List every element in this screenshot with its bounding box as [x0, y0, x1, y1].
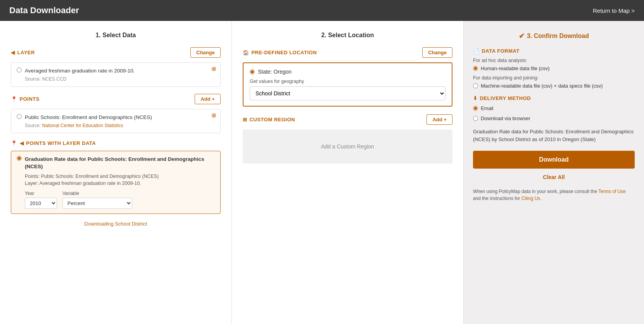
email-option-row: Email	[473, 105, 635, 112]
confirm-download-column: ✔ 3. Confirm Download 📄 DATA FORMAT For …	[464, 21, 644, 324]
points-item-radio[interactable]	[17, 114, 22, 119]
custom-region-empty: Add a Custom Region	[243, 129, 452, 164]
points-add-button[interactable]: Add +	[195, 94, 220, 104]
variable-label: Variable	[62, 191, 132, 196]
custom-region-label: ⊞ CUSTOM REGION	[243, 117, 295, 122]
pwl-points-line: Points: Public Schools: Enrollment and D…	[25, 174, 215, 179]
human-readable-radio[interactable]	[473, 66, 478, 71]
terms-text: When using PolicyMap data in your work, …	[473, 188, 635, 202]
terms-of-use-link[interactable]: Terms of Use	[598, 189, 626, 194]
pwl-item-card: Graduation Rate data for Public Schools:…	[11, 151, 221, 214]
main-layout: 1. Select Data ◀ LAYER Change ⊗ Averaged…	[0, 21, 644, 324]
predefined-label: 🏠 PRE-DEFINED LOCATION	[243, 50, 317, 55]
for-import-label: For data importing and joining:	[473, 75, 635, 81]
custom-region-icon: ⊞	[243, 117, 247, 122]
browser-option-row: Download via browser	[473, 115, 635, 122]
state-label: State: Oregon	[258, 69, 292, 75]
pwl-arrow-icon: ◀	[20, 140, 24, 146]
layer-item-row: Averaged freshman graduation rate in 200…	[17, 67, 215, 82]
app-header: Data Downloader Return to Map >	[0, 0, 644, 21]
download-button[interactable]: Download	[473, 151, 635, 169]
data-format-icon: 📄	[473, 48, 480, 54]
machine-readable-label: Machine-readable data file (csv) + data …	[481, 83, 603, 90]
location-card: State: Oregon Get values for geography S…	[243, 62, 452, 107]
pwl-item-title: Graduation Rate data for Public Schools:…	[25, 156, 215, 171]
custom-region-empty-text: Add a Custom Region	[321, 143, 374, 150]
pwl-label: 📍 ◀ POINTS WITH LAYER DATA	[11, 140, 96, 146]
year-var-row: Year 2010 2009 2011 Variable Percent	[25, 191, 215, 209]
layer-item-radio[interactable]	[17, 67, 22, 72]
machine-readable-radio[interactable]	[473, 83, 478, 88]
app-title: Data Downloader	[9, 5, 79, 16]
terms-text-middle: and the instructions for	[473, 196, 521, 201]
layer-item-close[interactable]: ⊗	[211, 66, 216, 72]
select-location-column: 2. Select Location 🏠 PRE-DEFINED LOCATIO…	[232, 21, 464, 324]
geo-label: Get values for geography	[250, 79, 445, 84]
state-radio[interactable]	[250, 69, 255, 74]
browser-label: Download via browser	[481, 115, 530, 122]
downloading-label: Downloading School District	[11, 221, 221, 227]
layer-item-card: ⊗ Averaged freshman graduation rate in 2…	[11, 62, 221, 87]
pwl-layer-line: Layer: Averaged freshman graduation rate…	[25, 181, 215, 186]
terms-text-before: When using PolicyMap data in your work, …	[473, 189, 598, 194]
predefined-change-button[interactable]: Change	[422, 47, 452, 58]
predefined-section-row: 🏠 PRE-DEFINED LOCATION Change	[243, 47, 452, 58]
human-readable-option-row: Human-readable data file (csv)	[473, 65, 635, 72]
confirm-heading-text: 3. Confirm Download	[527, 33, 589, 40]
check-icon: ✔	[519, 32, 525, 40]
points-item-close[interactable]: ⊗	[211, 112, 216, 119]
confirm-heading: ✔ 3. Confirm Download	[473, 32, 635, 40]
year-select[interactable]: 2010 2009 2011	[25, 198, 57, 209]
layer-change-button[interactable]: Change	[190, 47, 221, 58]
year-label: Year	[25, 191, 57, 196]
email-radio[interactable]	[473, 106, 478, 111]
points-item-card: ⊗ Public Schools: Enrollment and Demogra…	[11, 109, 221, 133]
delivery-icon: ⬇	[473, 95, 478, 101]
clear-all-button[interactable]: Clear All	[473, 172, 635, 182]
points-item-row: Public Schools: Enrollment and Demograph…	[17, 114, 215, 128]
custom-region-section-row: ⊞ CUSTOM REGION Add +	[243, 114, 452, 125]
layer-icon: ◀	[11, 50, 15, 55]
variable-form-group: Variable Percent Count Rate	[62, 191, 132, 209]
layer-label: ◀ LAYER	[11, 50, 35, 55]
geo-select[interactable]: School District County City Census Tract…	[250, 86, 445, 100]
data-format-title: 📄 DATA FORMAT	[473, 48, 635, 54]
machine-readable-option-row: Machine-readable data file (csv) + data …	[473, 83, 635, 90]
points-section-row: 📍 POINTS Add +	[11, 94, 221, 104]
points-label: 📍 POINTS	[11, 96, 40, 102]
layer-section-row: ◀ LAYER Change	[11, 47, 221, 58]
browser-radio[interactable]	[473, 116, 478, 121]
terms-text-after: .	[540, 196, 543, 201]
custom-region-add-button[interactable]: Add +	[426, 114, 452, 125]
human-readable-label: Human-readable data file (csv)	[481, 65, 550, 72]
predefined-icon: 🏠	[243, 50, 249, 55]
points-item-title: Public Schools: Enrollment and Demograph…	[25, 114, 152, 121]
layer-item-source: Source: NCES CCD	[25, 76, 135, 82]
delivery-title: ⬇ DELIVERY METHOD	[473, 95, 635, 101]
email-label: Email	[481, 105, 494, 112]
state-row: State: Oregon	[250, 69, 445, 75]
pwl-section-row: 📍 ◀ POINTS WITH LAYER DATA	[11, 140, 221, 146]
points-icon: 📍	[11, 96, 17, 102]
variable-select[interactable]: Percent Count Rate	[62, 198, 132, 209]
summary-text: Graduation Rate data for Public Schools:…	[473, 128, 635, 143]
select-location-heading: 2. Select Location	[243, 32, 452, 39]
return-to-map-link[interactable]: Return to Map >	[593, 7, 635, 14]
for-adhoc-label: For ad hoc data analysis:	[473, 58, 635, 63]
points-item-source-link[interactable]: National Center for Education Statistics	[42, 123, 123, 128]
layer-item-title: Averaged freshman graduation rate in 200…	[25, 67, 135, 75]
select-data-heading: 1. Select Data	[11, 32, 221, 39]
select-data-column: 1. Select Data ◀ LAYER Change ⊗ Averaged…	[0, 21, 232, 324]
points-item-source: Source: National Center for Education St…	[25, 123, 152, 128]
pwl-item-radio[interactable]	[17, 156, 22, 161]
citing-us-link[interactable]: Citing Us	[521, 196, 540, 201]
pwl-pin-icon: 📍	[11, 140, 17, 146]
year-form-group: Year 2010 2009 2011	[25, 191, 57, 209]
pwl-item-row: Graduation Rate data for Public Schools:…	[17, 156, 215, 209]
